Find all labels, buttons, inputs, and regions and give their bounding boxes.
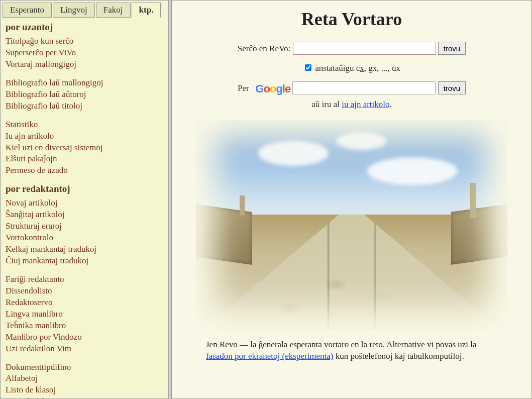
link-biblio-autoroj[interactable]: Bibliografio laŭ aŭtoroj bbox=[6, 89, 168, 101]
tab-bar: Esperanto Lingvoj Fakoj ktp. bbox=[1, 3, 168, 18]
main-content: Reta Vortaro Serĉo en ReVo: trovu anstat… bbox=[171, 0, 532, 399]
substitute-checkbox[interactable] bbox=[305, 64, 311, 71]
link-biblio-mallong[interactable]: Bibliografio laŭ mallongigoj bbox=[6, 77, 168, 89]
search-button-google[interactable]: trovu bbox=[438, 81, 466, 94]
link-novaj[interactable]: Novaj artikoloj bbox=[6, 197, 168, 209]
link-shangitaj[interactable]: Ŝanĝitaj artikoloj bbox=[6, 209, 168, 221]
link-alfabetoj[interactable]: Alfabetoj bbox=[6, 373, 168, 384]
link-statistiko[interactable]: Statistiko bbox=[6, 119, 168, 131]
search-input-google[interactable] bbox=[292, 81, 436, 94]
section-users-title: por uzantoj bbox=[6, 22, 168, 33]
link-elshuti[interactable]: Elŝuti pakaĵojn bbox=[6, 153, 168, 165]
substitute-row: anstataŭigu cx, gx, ..., ux bbox=[182, 63, 521, 73]
link-iu-ajn[interactable]: Iu ajn artikolo bbox=[6, 131, 168, 142]
google-logo-icon: Google bbox=[255, 82, 290, 95]
substitute-label-pre: anstataŭigu c bbox=[315, 63, 360, 73]
link-vindozo[interactable]: Manlibro por Vindozo bbox=[6, 332, 168, 343]
link-lingva-manlibro[interactable]: Lingva manlibro bbox=[6, 309, 168, 320]
link-titolpago[interactable]: Titolpaĝo kun serĉo bbox=[6, 36, 168, 47]
link-vortokontrolo[interactable]: Vortokontrolo bbox=[6, 232, 168, 244]
random-article-row: aŭ iru al iu ajn artikolo. bbox=[182, 99, 521, 110]
desc-pre: Jen Revo — la ĝenerala esperanta vortaro… bbox=[206, 340, 477, 349]
tab-lingvoj[interactable]: Lingvoj bbox=[53, 3, 95, 18]
facade-link[interactable]: fasadon por ekranetoj (eksperimenta) bbox=[206, 351, 333, 361]
sidebar: Esperanto Lingvoj Fakoj ktp. por uzantoj… bbox=[0, 0, 168, 399]
search-button-revo[interactable]: trovu bbox=[438, 42, 466, 55]
link-vim[interactable]: Uzi redaktilon Vim bbox=[6, 343, 168, 355]
desc-post: kun poŝtelefonoj kaj tabulkomputiloj. bbox=[333, 351, 464, 361]
search-label: Serĉo en ReVo: bbox=[238, 44, 290, 53]
search-row-google: Per Google trovu bbox=[182, 81, 521, 95]
article-post: . bbox=[390, 99, 392, 109]
link-group-6: Dokumenttipdifino Alfabetoj Listo de kla… bbox=[6, 362, 168, 400]
tab-esperanto[interactable]: Esperanto bbox=[3, 3, 52, 18]
link-listo-klasoj[interactable]: Listo de klasoj bbox=[6, 384, 168, 396]
link-group-5: Fariĝi redaktanto Dissendolisto Redaktos… bbox=[6, 274, 168, 355]
description: Jen Revo — la ĝenerala esperanta vortaro… bbox=[206, 339, 497, 363]
link-group-1: Titolpaĝo kun serĉo Superserĉo per ViVo … bbox=[6, 36, 168, 70]
link-permeso[interactable]: Permeso de uzado bbox=[6, 165, 168, 176]
tab-ktp[interactable]: ktp. bbox=[132, 3, 161, 18]
random-article-link[interactable]: iu ajn artikolo bbox=[342, 99, 389, 109]
link-group-4: Novaj artikoloj Ŝanĝitaj artikoloj Struk… bbox=[6, 197, 168, 267]
link-supersercho[interactable]: Superserĉo per ViVo bbox=[6, 47, 168, 59]
link-redaktoservo[interactable]: Redaktoservo bbox=[6, 297, 168, 309]
link-group-2: Bibliografio laŭ mallongigoj Bibliografi… bbox=[6, 77, 168, 112]
link-kelkaj-mankantaj[interactable]: Kelkaj mankantaj tradukoj bbox=[6, 244, 168, 255]
link-dokumenttipdifino[interactable]: Dokumenttipdifino bbox=[6, 362, 168, 373]
section-editors-title: por redaktantoj bbox=[6, 183, 168, 194]
link-group-3: Statistiko Iu ajn artikolo Kiel uzi en d… bbox=[6, 119, 168, 177]
app-frame: Esperanto Lingvoj Fakoj ktp. por uzantoj… bbox=[0, 0, 532, 399]
link-listo-fakoj[interactable]: Listo de fakoj bbox=[6, 396, 168, 399]
substitute-label-u: x bbox=[360, 63, 364, 73]
article-pre: aŭ iru al bbox=[311, 99, 342, 109]
tab-fakoj[interactable]: Fakoj bbox=[96, 3, 131, 18]
search-input-revo[interactable] bbox=[293, 42, 436, 55]
link-farighi[interactable]: Fariĝi redaktanto bbox=[6, 274, 168, 285]
link-biblio-titoloj[interactable]: Bibliografio laŭ titoloj bbox=[6, 101, 168, 112]
link-chiuj-mankantaj[interactable]: Ĉiuj mankantaj tradukoj bbox=[6, 255, 168, 267]
substitute-label-post: , gx, ..., ux bbox=[364, 63, 400, 73]
search-row-revo: Serĉo en ReVo: trovu bbox=[182, 42, 521, 55]
link-dissendolisto[interactable]: Dissendolisto bbox=[6, 285, 168, 297]
link-mallongigoj[interactable]: Vortaraj mallongigoj bbox=[6, 59, 168, 70]
page-title: Reta Vortaro bbox=[182, 9, 521, 30]
link-kiel-uzi[interactable]: Kiel uzi en diversaj sistemoj bbox=[6, 142, 168, 154]
hero-image bbox=[196, 120, 507, 331]
per-label: Per bbox=[238, 83, 249, 93]
link-tehnika-manlibro[interactable]: Teĥnika manlibro bbox=[6, 320, 168, 332]
link-strukturaj[interactable]: Strukturaj eraroj bbox=[6, 221, 168, 232]
